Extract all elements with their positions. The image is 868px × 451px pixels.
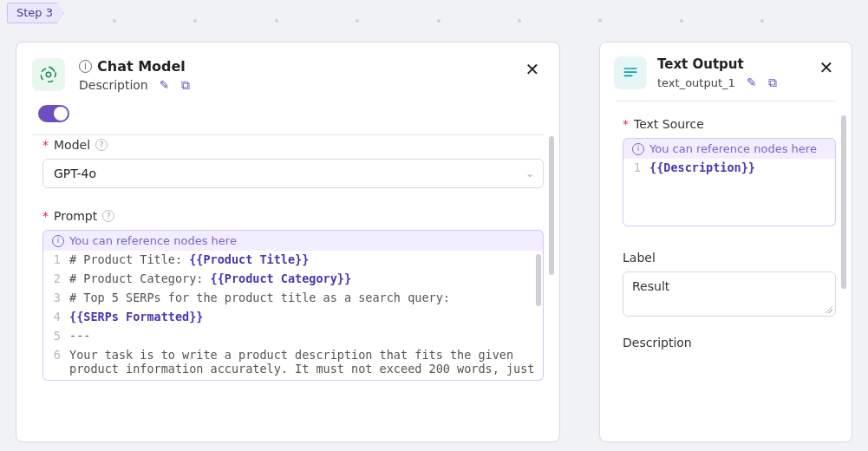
label-input[interactable]: Result <box>623 271 836 317</box>
model-value: GPT-4o <box>54 167 96 180</box>
enable-toggle[interactable] <box>38 105 69 122</box>
help-icon[interactable]: ? <box>102 210 114 222</box>
reference-hint: i You can reference nodes here <box>623 138 836 159</box>
info-icon: i <box>52 235 64 247</box>
chevron-down-icon: ⌄ <box>525 167 534 180</box>
model-label: Model <box>54 138 90 152</box>
required-marker: * <box>42 138 49 152</box>
code-text: # Top 5 SERPs for the product title as a… <box>69 291 450 304</box>
code-content: Your task is to write a product descript… <box>69 346 536 377</box>
node-subtitle: Description <box>79 78 148 92</box>
variable-token: {{Product Title}} <box>189 252 309 266</box>
label-field-label: Label <box>623 251 656 265</box>
pencil-icon: ✎ <box>747 75 757 89</box>
label-value: Result <box>632 279 669 293</box>
prompt-label: Prompt <box>54 209 97 223</box>
chat-model-panel: i Chat Model Description ✎ ⧉ ✕ * <box>16 42 560 442</box>
code-line[interactable]: 6Your task is to write a product descrip… <box>43 346 543 377</box>
code-text: Your task is to write a product descript… <box>69 348 534 376</box>
text-source-label: Text Source <box>634 117 704 131</box>
panel-scrollbar[interactable] <box>549 136 554 431</box>
close-button[interactable]: ✕ <box>815 56 838 79</box>
code-content: {{Description}} <box>649 159 755 176</box>
code-line[interactable]: 1{{Description}} <box>623 159 835 178</box>
node-title: Chat Model <box>97 58 186 75</box>
svg-point-0 <box>46 72 51 77</box>
node-title: Text Output <box>657 56 815 72</box>
close-icon: ✕ <box>819 59 834 76</box>
code-content: # Top 5 SERPs for the product title as a… <box>69 289 450 306</box>
close-button[interactable]: ✕ <box>521 58 544 81</box>
reference-hint: i You can reference nodes here <box>42 230 544 251</box>
code-line[interactable]: 1# Product Title: {{Product Title}} <box>43 251 543 270</box>
code-text: --- <box>69 329 90 343</box>
required-marker: * <box>42 209 49 223</box>
panel-scrollbar[interactable] <box>841 115 846 431</box>
divider <box>616 101 836 101</box>
editor-scrollbar[interactable] <box>536 254 541 306</box>
code-line[interactable]: 4{{SERPs Formatted}} <box>43 308 543 327</box>
copy-icon: ⧉ <box>181 78 190 93</box>
text-lines-icon <box>614 56 647 89</box>
pencil-icon: ✎ <box>160 78 170 92</box>
prompt-editor[interactable]: 1# Product Title: {{Product Title}}2# Pr… <box>42 251 544 381</box>
model-select[interactable]: GPT-4o ⌄ <box>42 159 544 188</box>
code-content: # Product Category: {{Product Category}} <box>69 270 351 287</box>
description-field-label: Description <box>623 336 692 350</box>
copy-id-button[interactable]: ⧉ <box>178 77 193 93</box>
code-line[interactable]: 3# Top 5 SERPs for the product title as … <box>43 289 543 308</box>
copy-id-button[interactable]: ⧉ <box>765 75 780 90</box>
step-chip[interactable]: Step 3 <box>7 3 64 23</box>
variable-token: {{Description}} <box>649 160 755 174</box>
text-source-editor[interactable]: 1{{Description}} <box>623 159 836 226</box>
code-content: --- <box>69 327 90 344</box>
rename-button[interactable]: ✎ <box>157 77 173 93</box>
info-icon[interactable]: i <box>79 60 92 73</box>
canvas-grid-dots <box>0 19 868 23</box>
line-number: 2 <box>43 270 69 287</box>
line-number: 5 <box>43 327 69 344</box>
line-number: 1 <box>623 159 649 176</box>
code-content: # Product Title: {{Product Title}} <box>69 251 309 268</box>
hint-text: You can reference nodes here <box>69 234 237 247</box>
text-output-panel: Text Output text_output_1 ✎ ⧉ ✕ * Text S… <box>599 42 852 442</box>
code-line[interactable]: 2# Product Category: {{Product Category}… <box>43 270 543 289</box>
close-icon: ✕ <box>525 61 540 78</box>
line-number: 3 <box>43 289 69 306</box>
hint-text: You can reference nodes here <box>649 142 817 155</box>
line-number: 4 <box>43 308 69 325</box>
code-text: # Product Title: <box>69 252 189 266</box>
info-icon: i <box>632 143 644 155</box>
required-marker: * <box>623 117 629 131</box>
code-text: # Product Category: <box>69 271 211 285</box>
openai-logo-icon <box>32 58 65 91</box>
line-number: 1 <box>43 251 69 268</box>
variable-token: {{SERPs Formatted}} <box>69 310 203 324</box>
copy-icon: ⧉ <box>768 75 777 90</box>
help-icon[interactable]: ? <box>95 139 108 151</box>
code-content: {{SERPs Formatted}} <box>69 308 203 325</box>
code-line[interactable]: 5--- <box>43 327 543 346</box>
step-label: Step 3 <box>16 6 53 19</box>
variable-token: {{Product Category}} <box>211 271 352 285</box>
node-subtitle: text_output_1 <box>657 76 735 89</box>
rename-button[interactable]: ✎ <box>744 75 760 90</box>
line-number: 6 <box>43 346 69 363</box>
